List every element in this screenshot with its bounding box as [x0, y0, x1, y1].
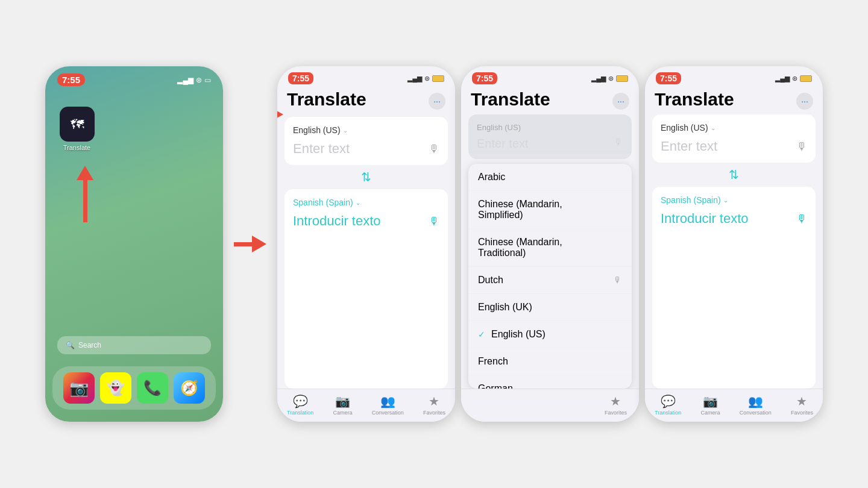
nav-conversation-label-4: Conversation [740, 410, 772, 416]
swap-icon-4[interactable]: ⇅ [729, 167, 739, 182]
language-dropdown: Arabic Chinese (Mandarin,Simplified) Chi… [468, 164, 632, 389]
nav-translation-2[interactable]: 💬 Translation [287, 394, 313, 416]
safari-icon[interactable]: 🧭 [174, 372, 205, 404]
mic-button-teal-2[interactable]: 🎙 [429, 215, 439, 228]
nav-favorites-3[interactable]: ★ Favorites [605, 394, 627, 416]
nav-camera-icon-2: 📷 [335, 394, 350, 408]
more-button-4[interactable]: ··· [796, 93, 813, 110]
battery-icon-3 [616, 75, 628, 82]
phone-4: 7:55 ▂▄▆ ⊛ Translate ··· English (US) ⌄ [645, 66, 823, 422]
status-bar-1: 7:55 ▂▄▆ ⊛ ▭ [45, 66, 223, 89]
nav-translation-4[interactable]: 💬 Translation [655, 394, 681, 416]
app-grid: 🗺 Translate [45, 89, 223, 336]
lang-chinese-traditional-label: Chinese (Mandarin,Traditional) [478, 237, 562, 258]
translate-app-icon[interactable]: 🗺 [60, 107, 95, 142]
nav-conversation-2[interactable]: 👥 Conversation [372, 394, 404, 416]
swap-row-2: ⇅ [277, 165, 455, 189]
lang-dutch[interactable]: Dutch 🎙 [468, 267, 632, 294]
status-bar-2: 7:55 ▂▄▆ ⊛ [277, 66, 455, 87]
more-button-2[interactable]: ··· [429, 93, 445, 110]
lang-german[interactable]: German [468, 375, 632, 389]
lang-arabic[interactable]: Arabic [468, 164, 632, 191]
nav-camera-label-2: Camera [333, 410, 352, 416]
signal-icon-3: ▂▄▆ [591, 75, 606, 83]
target-lang-name-2: Spanish (Spain) [293, 198, 353, 207]
lang-french[interactable]: French [468, 348, 632, 375]
enter-text-placeholder-4[interactable]: Enter text [661, 139, 796, 154]
nav-favorites-label-4: Favorites [791, 410, 813, 416]
lang-english-uk[interactable]: English (UK) [468, 294, 632, 321]
instagram-icon[interactable]: 📷 [63, 372, 95, 404]
nav-favorites-2[interactable]: ★ Favorites [423, 394, 445, 416]
signal-icon: ▂▄▆ [177, 76, 193, 84]
nav-translation-label-4: Translation [655, 410, 681, 416]
lang-english-us[interactable]: ✓ English (US) [468, 321, 632, 348]
nav-favorites-icon-3: ★ [610, 394, 621, 408]
nav-conversation-4[interactable]: 👥 Conversation [740, 394, 772, 416]
mic-button-2[interactable]: 🎙 [429, 143, 439, 155]
lang-french-label: French [478, 356, 508, 367]
source-lang-selector-2[interactable]: English (US) ⌄ [293, 125, 439, 135]
intro-text-2[interactable]: Introducir texto [293, 213, 381, 229]
wifi-icon-2: ⊛ [424, 75, 430, 83]
translate-card-top-4: English (US) ⌄ Enter text 🎙 [652, 114, 816, 163]
search-icon-home: 🔍 [66, 341, 75, 349]
lang-english-us-label: English (US) [491, 329, 546, 340]
time-2: 7:55 [288, 72, 313, 84]
search-bar[interactable]: 🔍 Search [57, 336, 211, 354]
translate-card-bottom-2: Spanish (Spain) ⌄ Introducir texto 🎙 [285, 189, 448, 389]
target-lang-name-4: Spanish (Spain) [661, 195, 721, 205]
swap-icon-2[interactable]: ⇅ [361, 170, 371, 184]
nav-favorites-label-3: Favorites [605, 410, 627, 416]
source-lang-selector-4[interactable]: English (US) ⌄ [661, 123, 807, 133]
target-lang-selector-2[interactable]: Spanish (Spain) ⌄ [293, 198, 439, 207]
target-lang-selector-4[interactable]: Spanish (Spain) ⌄ [661, 195, 807, 205]
translate-card-top-2: English (US) ⌄ Enter text 🎙 [285, 117, 448, 165]
nav-conversation-label-2: Conversation [372, 410, 404, 416]
safari-glyph: 🧭 [180, 380, 198, 396]
more-button-3[interactable]: ··· [612, 93, 629, 110]
snapchat-glyph: 👻 [107, 380, 125, 396]
arrow-1-head [252, 236, 266, 252]
mic-button-teal-4[interactable]: 🎙 [796, 213, 807, 225]
checkmark-icon: ✓ [478, 330, 485, 339]
battery-icon-home: ▭ [204, 76, 211, 84]
lang-chinese-traditional[interactable]: Chinese (Mandarin,Traditional) [468, 229, 632, 267]
lang-english-uk-label: English (UK) [478, 302, 532, 313]
phone-3: 7:55 ▂▄▆ ⊛ Translate ··· English (US) En… [461, 66, 639, 422]
screen2-arrow [277, 108, 283, 120]
nav-camera-4[interactable]: 📷 Camera [700, 394, 720, 416]
translate-card-bottom-4: Spanish (Spain) ⌄ Introducir texto 🎙 [652, 187, 816, 389]
lang-chinese-simplified[interactable]: Chinese (Mandarin,Simplified) [468, 191, 632, 229]
mic-button-4[interactable]: 🎙 [796, 140, 807, 153]
nav-conversation-icon-4: 👥 [748, 394, 763, 408]
nav-camera-2[interactable]: 📷 Camera [333, 394, 352, 416]
phone-icon[interactable]: 📞 [137, 372, 168, 404]
lang-arabic-label: Arabic [478, 172, 505, 183]
source-lang-chevron-4: ⌄ [711, 125, 715, 131]
nav-favorites-4[interactable]: ★ Favorites [791, 394, 813, 416]
bg-enter-text-3: Enter text [477, 137, 529, 151]
up-arrow-indicator [77, 166, 93, 222]
translate-app[interactable]: 🗺 Translate [57, 107, 96, 151]
phone-2: 7:55 ▂▄▆ ⊛ Translate ··· [277, 66, 455, 422]
time-4: 7:55 [656, 72, 681, 84]
snapchat-icon[interactable]: 👻 [100, 372, 131, 404]
target-input-row-2: Introducir texto 🎙 [293, 213, 439, 229]
status-bar-4: 7:55 ▂▄▆ ⊛ [645, 66, 823, 87]
source-lang-name-2: English (US) [293, 125, 341, 135]
nav-camera-label-4: Camera [700, 410, 720, 416]
status-bar-3: 7:55 ▂▄▆ ⊛ [461, 66, 639, 87]
arrow-1-container [229, 236, 271, 252]
wifi-icon-3: ⊛ [608, 75, 614, 83]
target-lang-chevron-4: ⌄ [723, 197, 728, 204]
svg-text:🗺: 🗺 [71, 117, 84, 132]
instagram-glyph: 📷 [69, 379, 89, 398]
nav-favorites-icon-4: ★ [796, 394, 807, 408]
enter-text-placeholder-2[interactable]: Enter text [293, 141, 429, 157]
source-lang-name-4: English (US) [661, 123, 708, 133]
arrow-1 [234, 236, 266, 252]
intro-text-4[interactable]: Introducir texto [661, 211, 749, 227]
translate-title-3: Translate [471, 89, 550, 110]
time-3: 7:55 [472, 72, 497, 84]
